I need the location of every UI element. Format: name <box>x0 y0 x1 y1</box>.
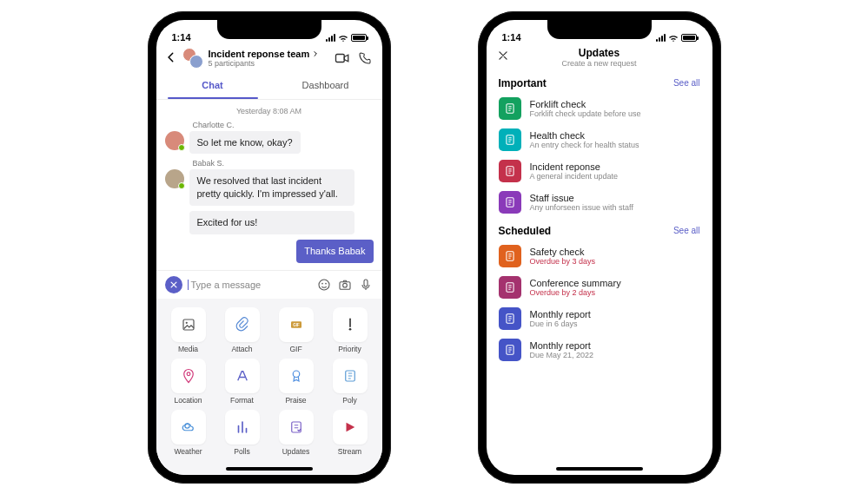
request-title: Monthly report <box>530 309 591 319</box>
chat-title-block[interactable]: Incident reponse team 5 participants <box>209 49 328 68</box>
request-item[interactable]: Staff issueAny unforseen issue with staf… <box>487 187 712 218</box>
app-poly[interactable]: Poly <box>323 359 377 405</box>
request-icon <box>499 97 521 120</box>
request-item[interactable]: Monthly reportDue May 21, 2022 <box>487 334 712 366</box>
tab-chat[interactable]: Chat <box>156 72 269 99</box>
sender-label: Charlotte C. <box>193 121 374 129</box>
back-button[interactable] <box>165 50 177 66</box>
svg-point-12 <box>187 372 190 375</box>
audio-call-button[interactable] <box>356 49 374 67</box>
poly-icon <box>333 359 368 393</box>
request-item[interactable]: Safety checkOverdue by 3 days <box>487 240 712 272</box>
app-label: Weather <box>175 447 202 456</box>
close-tray-button[interactable] <box>165 276 182 293</box>
avatar[interactable] <box>165 169 184 188</box>
request-item[interactable]: Health checkAn entry check for health st… <box>487 124 712 155</box>
attach-icon <box>225 307 260 342</box>
app-label: Updates <box>282 447 310 456</box>
compose-bar: Type a message <box>156 270 382 299</box>
request-icon <box>499 191 521 214</box>
app-label: GIF <box>289 345 301 353</box>
status-time: 1:14 <box>172 32 191 43</box>
app-priority[interactable]: Priority <box>323 307 377 353</box>
request-subtitle: Any unforseen issue with staff <box>530 203 633 212</box>
status-time: 1:14 <box>502 32 521 43</box>
chat-subtitle: 5 participants <box>209 59 328 68</box>
chat-header: Incident reponse team 5 participants <box>156 44 382 72</box>
mic-button[interactable] <box>358 277 374 293</box>
message-bubble-mine[interactable]: Thanks Babak <box>296 240 373 263</box>
app-label: Priority <box>338 345 361 353</box>
app-praise[interactable]: Praise <box>269 359 323 405</box>
request-subtitle: Overdue by 3 days <box>530 257 596 266</box>
request-item[interactable]: Monthly reportDue in 6 days <box>487 303 712 334</box>
request-subtitle: Forklift check update before use <box>530 109 641 118</box>
app-media[interactable]: Media <box>162 307 215 353</box>
section-title: Scheduled <box>499 225 552 237</box>
chat-avatar-group[interactable] <box>182 48 203 69</box>
svg-rect-6 <box>364 280 368 287</box>
app-label: Praise <box>285 396 306 405</box>
message-bubble[interactable]: Excited for us! <box>189 211 354 234</box>
app-stream[interactable]: Stream <box>323 410 377 456</box>
section-header: ScheduledSee all <box>487 218 712 240</box>
message-group: Babak S. We resolved that last incident … <box>165 159 374 234</box>
home-indicator <box>226 467 313 471</box>
updates-header: Updates Create a new request <box>487 44 712 70</box>
svg-point-3 <box>325 282 327 284</box>
see-all-link[interactable]: See all <box>673 78 700 88</box>
home-indicator <box>556 467 643 471</box>
request-icon <box>499 245 521 267</box>
request-title: Safety check <box>530 247 596 257</box>
phone-right: 1:14 Updates Create a new request Import… <box>478 11 721 484</box>
request-item[interactable]: Incident reponseA general incident updat… <box>487 155 712 187</box>
request-item[interactable]: Forklift checkForklift check update befo… <box>487 93 712 124</box>
camera-button[interactable] <box>337 277 353 293</box>
phone-left: 1:14 Incident reponse team 5 participant… <box>148 11 391 484</box>
svg-point-11 <box>348 327 351 330</box>
praise-icon <box>279 359 314 393</box>
svg-point-8 <box>185 321 187 323</box>
avatar[interactable] <box>165 131 184 150</box>
close-button[interactable] <box>497 49 509 65</box>
request-subtitle: Due May 21, 2022 <box>530 351 594 359</box>
chat-title: Incident reponse team <box>209 49 310 59</box>
battery-icon <box>351 34 367 42</box>
app-format[interactable]: Format <box>215 359 269 405</box>
weather-icon <box>171 410 206 445</box>
section-title: Important <box>499 77 547 89</box>
request-title: Health check <box>530 130 639 141</box>
message-input[interactable]: Type a message <box>188 280 311 290</box>
location-icon <box>171 359 206 393</box>
request-subtitle: Overdue by 2 days <box>530 288 621 297</box>
request-title: Conference summary <box>530 278 621 288</box>
message-bubble[interactable]: We resolved that last incident pretty qu… <box>189 169 354 206</box>
message-group: Thanks Babak <box>165 240 374 263</box>
message-list[interactable]: Yesterday 8:08 AM Charlotte C. So let me… <box>156 100 382 270</box>
timestamp-label: Yesterday 8:08 AM <box>165 107 374 115</box>
request-icon <box>499 307 521 330</box>
app-label: Attach <box>231 345 252 353</box>
svg-rect-0 <box>335 54 344 62</box>
tab-dashboard[interactable]: Dashboard <box>269 72 382 99</box>
request-icon <box>499 160 521 182</box>
app-label: Location <box>174 396 202 405</box>
app-updates[interactable]: Updates <box>269 410 323 456</box>
app-polls[interactable]: Polls <box>215 410 269 456</box>
message-bubble[interactable]: So let me know, okay? <box>189 131 301 155</box>
emoji-button[interactable] <box>316 277 332 293</box>
app-attach[interactable]: Attach <box>215 307 269 353</box>
request-subtitle: An entry check for health status <box>530 141 639 149</box>
app-gif[interactable]: GIFGIF <box>269 307 323 353</box>
request-icon <box>499 339 521 361</box>
polls-icon <box>225 410 260 445</box>
see-all-link[interactable]: See all <box>673 226 700 235</box>
video-call-button[interactable] <box>334 49 351 67</box>
app-weather[interactable]: Weather <box>162 410 215 456</box>
format-icon <box>225 359 260 393</box>
wifi-icon <box>668 34 679 43</box>
updates-list[interactable]: ImportantSee allForklift checkForklift c… <box>487 70 712 475</box>
app-label: Stream <box>338 447 361 456</box>
app-location[interactable]: Location <box>162 359 215 405</box>
request-item[interactable]: Conference summaryOverdue by 2 days <box>487 272 712 303</box>
